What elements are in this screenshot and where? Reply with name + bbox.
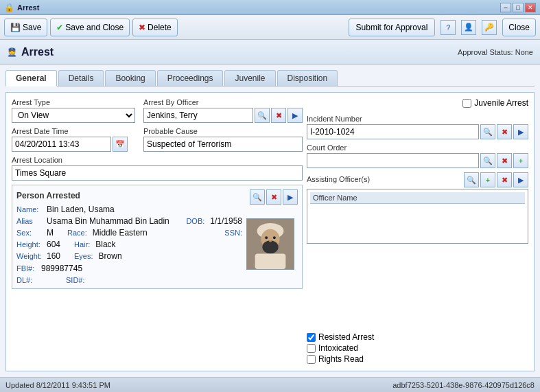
incident-nav-button[interactable]: ▶ xyxy=(513,124,528,139)
person-nav-button[interactable]: ▶ xyxy=(283,189,298,205)
arrest-type-select[interactable]: On View xyxy=(12,108,135,123)
court-order-input[interactable] xyxy=(307,153,479,168)
resisted-arrest-row: Resisted Arrest xyxy=(307,332,528,342)
left-column: Arrest Type On View Arrest By Officer Je… xyxy=(12,98,303,365)
person-dob: 1/1/1958 xyxy=(210,216,242,226)
ssn-label: SSN: xyxy=(224,229,242,237)
person-alias: Usama Bin Muhammad Bin Ladin xyxy=(47,216,169,226)
person-arrested-panel: Person Arrested 🔍 ✖ ▶ Name: Bin Laden, U… xyxy=(12,185,303,289)
probable-cause-input[interactable]: Suspected of Terrorism xyxy=(143,137,303,152)
officer-name-column-header: Officer Name xyxy=(310,192,525,204)
arrest-date-input[interactable] xyxy=(12,137,111,152)
court-search-button[interactable]: 🔍 xyxy=(480,153,495,168)
page-header: 👮 Arrest Approval Status: None xyxy=(0,40,540,65)
height-label: Height: xyxy=(16,240,44,249)
incident-number-input[interactable] xyxy=(307,124,479,139)
svg-point-6 xyxy=(273,236,276,239)
officer-clear-button[interactable]: ✖ xyxy=(271,108,286,123)
status-bar: Updated 8/12/2011 9:43:51 PM adbf7253-52… xyxy=(0,377,540,392)
arrest-date-label: Arrest Date Time xyxy=(12,127,135,135)
court-order-label: Court Order xyxy=(307,143,528,152)
arrest-location-label: Arrest Location xyxy=(12,156,303,164)
close-button[interactable]: Close xyxy=(502,19,536,36)
save-icon: 💾 xyxy=(10,23,21,32)
guid-text: adbf7253-5201-438e-9876-420975d126c8 xyxy=(392,381,535,389)
race-label: Race: xyxy=(67,229,87,237)
assisting-officers-label: Assisting Officer(s) xyxy=(307,175,370,183)
person-name: Bin Laden, Usama xyxy=(47,205,115,214)
court-clear-button[interactable]: ✖ xyxy=(497,153,512,168)
incident-search-button[interactable]: 🔍 xyxy=(480,124,495,139)
arrest-type-label: Arrest Type xyxy=(12,98,135,106)
person-race: Middle Eastern xyxy=(93,228,148,238)
tab-general[interactable]: General xyxy=(5,70,57,87)
rights-read-checkbox[interactable] xyxy=(307,355,316,364)
person-info-area: Name: Bin Laden, Usama Alias Usama Bin M… xyxy=(16,205,298,284)
incident-clear-button[interactable]: ✖ xyxy=(497,124,512,139)
dl-label: DL#: xyxy=(16,276,37,284)
person-search-button[interactable]: 🔍 xyxy=(250,189,265,205)
flags-section: Resisted Arrest Intoxicated Rights Read xyxy=(307,332,528,365)
juvenile-arrest-row: Juvenile Arrest xyxy=(307,98,528,108)
arrest-location-input[interactable]: Times Square xyxy=(12,165,303,181)
weight-label: Weight: xyxy=(16,252,44,260)
sid-label: SID#: xyxy=(66,276,85,284)
officer-list: Officer Name xyxy=(307,189,528,244)
tab-disposition[interactable]: Disposition xyxy=(277,70,338,86)
save-close-button[interactable]: ✔ Save and Close xyxy=(50,19,130,36)
toolbar: 💾 Save ✔ Save and Close ✖ Delete Submit … xyxy=(0,15,540,40)
title-bar-controls: – □ ✕ xyxy=(500,3,536,12)
intoxicated-checkbox[interactable] xyxy=(307,344,316,353)
submit-approval-button[interactable]: Submit for Approval xyxy=(349,19,436,36)
delete-icon: ✖ xyxy=(139,23,145,32)
assisting-officers-group: Assisting Officer(s) 🔍 + ✖ ▶ Officer Nam… xyxy=(307,172,528,324)
tab-juvenile[interactable]: Juvenile xyxy=(224,70,275,86)
person-weight: 160 xyxy=(47,251,60,261)
court-add-button[interactable]: + xyxy=(513,153,528,168)
title-bar-icon: 🔒 xyxy=(4,3,14,12)
probable-cause-label: Probable Cause xyxy=(143,127,303,135)
sex-label: Sex: xyxy=(16,229,44,237)
maximize-button[interactable]: □ xyxy=(513,3,524,12)
person-photo xyxy=(246,218,298,270)
key-icon-button[interactable]: 🔑 xyxy=(482,20,497,35)
fbi-label: FBI#: xyxy=(16,264,37,273)
resisted-arrest-checkbox[interactable] xyxy=(307,333,316,342)
assisting-remove-button[interactable]: ✖ xyxy=(497,172,512,187)
officer-search-button[interactable]: 🔍 xyxy=(255,108,270,123)
window-close-button[interactable]: ✕ xyxy=(525,3,536,12)
updated-text: Updated 8/12/2011 9:43:51 PM xyxy=(5,381,110,389)
rights-read-row: Rights Read xyxy=(307,354,528,364)
title-bar: 🔒 Arrest – □ ✕ xyxy=(0,0,540,15)
juvenile-arrest-checkbox[interactable] xyxy=(462,99,471,108)
assisting-add-button[interactable]: + xyxy=(480,172,495,187)
incident-number-label: Incident Number xyxy=(307,115,528,123)
tab-proceedings[interactable]: Proceedings xyxy=(157,70,224,86)
svg-rect-4 xyxy=(255,254,286,269)
person-fbi: 989987745 xyxy=(41,264,82,273)
assisting-search-button[interactable]: 🔍 xyxy=(464,172,479,187)
save-button[interactable]: 💾 Save xyxy=(4,19,47,36)
delete-button[interactable]: ✖ Delete xyxy=(132,19,178,36)
help-icon-button[interactable]: ? xyxy=(441,20,456,35)
arrest-by-officer-input[interactable]: Jenkins, Terry xyxy=(143,108,253,123)
approval-status: Approval Status: None xyxy=(458,48,533,56)
minimize-button[interactable]: – xyxy=(500,3,511,12)
user-icon-button[interactable]: 👤 xyxy=(461,20,476,35)
assisting-nav-button[interactable]: ▶ xyxy=(513,172,528,187)
tab-details[interactable]: Details xyxy=(58,70,104,86)
person-clear-button[interactable]: ✖ xyxy=(266,189,281,205)
tab-booking[interactable]: Booking xyxy=(105,70,155,86)
person-arrested-label: Person Arrested xyxy=(16,191,80,200)
form-body: Arrest Type On View Arrest By Officer Je… xyxy=(5,92,535,371)
alias-label: Alias xyxy=(16,217,44,225)
court-order-group: Court Order 🔍 ✖ + xyxy=(307,143,528,168)
eyes-label: Eyes: xyxy=(74,252,93,260)
person-details: Name: Bin Laden, Usama Alias Usama Bin M… xyxy=(16,205,242,284)
svg-point-7 xyxy=(269,240,272,242)
svg-point-3 xyxy=(262,240,278,253)
check-icon: ✔ xyxy=(56,23,63,32)
date-picker-button[interactable]: 📅 xyxy=(113,137,128,152)
officer-nav-button[interactable]: ▶ xyxy=(287,108,303,123)
person-sex: M xyxy=(47,228,54,238)
